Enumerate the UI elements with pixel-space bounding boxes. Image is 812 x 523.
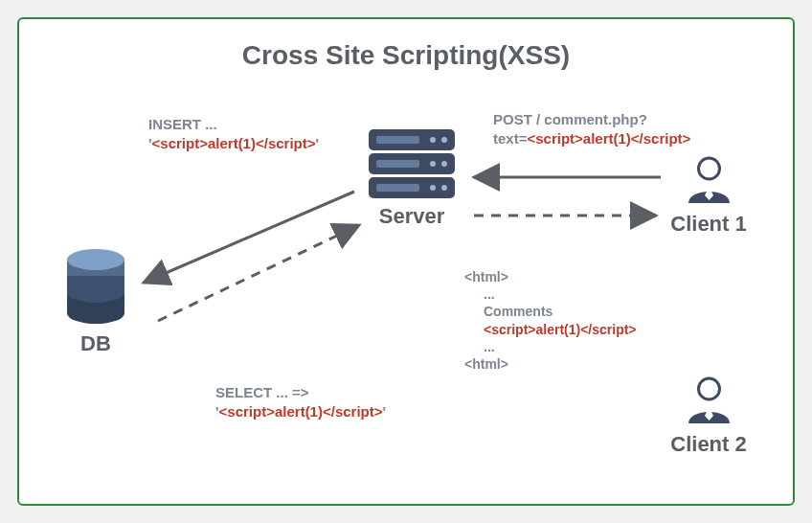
db-node: DB [57,259,134,356]
text: POST / comment.php? [493,111,647,127]
script-text: <script>alert(1)</script> [464,321,637,338]
diagram-title: Cross Site Scripting(XSS) [19,40,793,71]
svg-point-0 [698,158,719,179]
text: ' [316,135,320,151]
diagram-frame: Cross Site Scripting(XSS) DB Server Clie… [17,17,795,506]
script-text: <script>alert(1)</script> [527,130,690,147]
script-text: <script>alert(1)</script> [219,403,383,420]
client2-node: Client 2 [670,374,747,457]
client1-node: Client 1 [670,153,747,237]
text: <html> [464,269,508,284]
text: INSERT ... [148,116,217,132]
text: ' [383,403,387,420]
script-text: <script>alert(1)</script> [152,135,316,151]
user-icon [683,374,735,426]
text: <html> [464,356,508,372]
server-node: Server [359,129,464,229]
client1-label: Client 1 [670,212,747,237]
database-icon [67,259,124,326]
annotation-post: POST / comment.php? text=<script>alert(1… [493,110,690,148]
server-label: Server [359,204,464,229]
client2-label: Client 2 [670,432,747,457]
svg-point-1 [698,378,719,399]
text: ... [464,285,495,303]
text: Comments [464,303,553,320]
arrow-server-to-db [144,192,354,283]
annotation-html: <html> ... Comments <script>alert(1)</sc… [464,268,637,373]
text: ... [464,338,495,355]
user-icon [683,153,735,206]
text: text= [493,130,527,147]
arrow-db-to-server [158,225,359,321]
annotation-select: SELECT ... => '<script>alert(1)</script>… [215,383,386,421]
annotation-insert: INSERT ... '<script>alert(1)</script>' [148,115,319,152]
text: SELECT ... => [215,384,309,400]
server-icon [369,129,455,198]
db-label: DB [57,331,134,356]
